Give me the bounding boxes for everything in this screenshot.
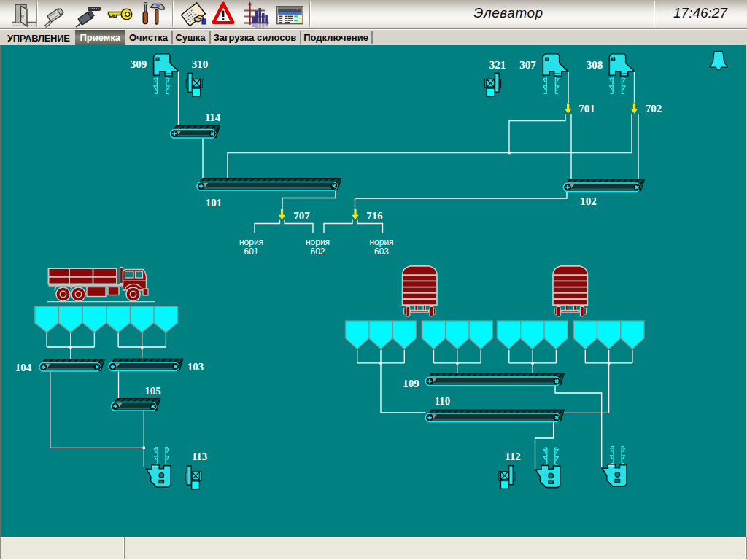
svg-text:112: 112 <box>505 451 521 462</box>
svg-text:309: 309 <box>131 58 147 70</box>
svg-text:нория: нория <box>369 237 393 247</box>
svg-text:310: 310 <box>192 58 209 70</box>
svg-text:109: 109 <box>403 378 419 389</box>
svg-text:102: 102 <box>580 195 597 207</box>
svg-text:нория: нория <box>306 237 330 247</box>
svg-text:105: 105 <box>144 385 161 397</box>
svg-text:601: 601 <box>244 246 258 257</box>
svg-text:702: 702 <box>646 103 662 114</box>
svg-text:603: 603 <box>374 246 389 257</box>
svg-text:602: 602 <box>310 246 325 257</box>
svg-text:103: 103 <box>187 361 204 373</box>
svg-text:113: 113 <box>192 451 208 462</box>
svg-text:308: 308 <box>587 59 603 71</box>
svg-text:307: 307 <box>519 59 536 71</box>
svg-text:114: 114 <box>205 112 221 123</box>
svg-text:701: 701 <box>578 103 595 114</box>
svg-text:707: 707 <box>293 210 310 222</box>
svg-text:104: 104 <box>15 362 32 373</box>
svg-text:110: 110 <box>435 395 451 407</box>
svg-text:нория: нория <box>239 237 263 247</box>
svg-text:101: 101 <box>206 197 222 209</box>
svg-text:716: 716 <box>366 210 383 222</box>
svg-text:321: 321 <box>489 59 506 71</box>
